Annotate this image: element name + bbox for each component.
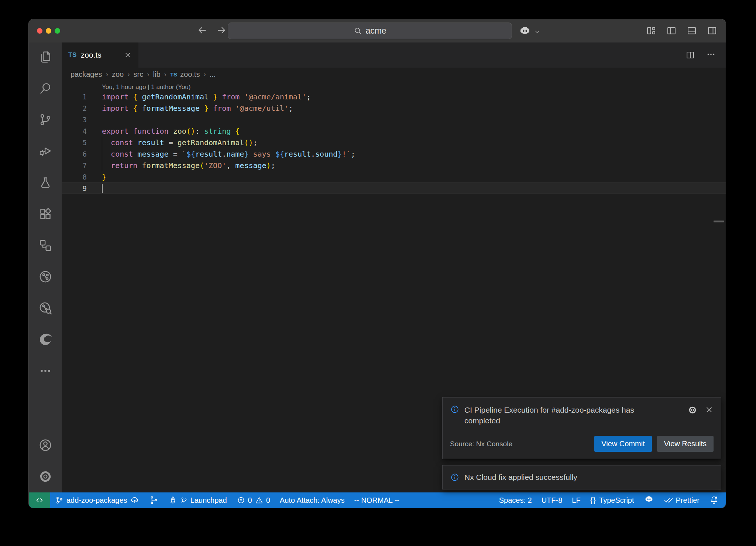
settings-gear-icon[interactable] xyxy=(37,468,54,485)
bell-icon xyxy=(709,495,719,505)
split-editor-icon[interactable] xyxy=(685,50,695,60)
breadcrumb-item[interactable]: lib xyxy=(153,70,161,79)
more-actions-icon[interactable] xyxy=(706,49,716,61)
code-line-3[interactable]: 3 xyxy=(62,114,726,125)
line-number: 2 xyxy=(62,104,87,112)
vscode-window: acme xyxy=(29,19,726,508)
gitlens-icon[interactable] xyxy=(37,268,54,286)
explorer-icon[interactable] xyxy=(37,48,54,66)
vim-mode-status[interactable]: -- NORMAL -- xyxy=(349,492,404,508)
code-lines: 1import { getRandomAnimal } from '@acme/… xyxy=(62,91,726,194)
line-number: 6 xyxy=(62,150,87,158)
notification-toast: CI Pipeline Execution for #add-zoo-packa… xyxy=(442,397,721,460)
toggle-panel-icon[interactable] xyxy=(686,25,697,36)
line-number: 8 xyxy=(62,173,87,181)
indentation-status[interactable]: Spaces: 2 xyxy=(494,492,537,508)
view-results-button[interactable]: View Results xyxy=(657,436,714,452)
tab-bar: TS zoo.ts xyxy=(62,42,726,68)
code-line-9[interactable]: 9 xyxy=(62,182,726,194)
breadcrumb-symbol-tail[interactable]: ... xyxy=(210,70,216,79)
git-branch-status[interactable]: add-zoo-packages xyxy=(50,492,144,508)
line-number: 4 xyxy=(62,127,87,135)
copilot-status[interactable] xyxy=(639,492,659,508)
notification-toast: Nx Cloud fix applied successfully xyxy=(442,465,721,489)
code-line-8[interactable]: 8} xyxy=(62,171,726,182)
line-number: 9 xyxy=(62,184,87,192)
more-views-icon[interactable] xyxy=(37,362,54,380)
code-line-7[interactable]: 7 return formatMessage('ZOO', message); xyxy=(62,160,726,171)
line-number: 7 xyxy=(62,161,87,170)
remote-icon xyxy=(35,495,44,505)
text-cursor xyxy=(102,184,103,193)
breadcrumb-item[interactable]: src xyxy=(134,70,144,79)
formatter-status[interactable]: Prettier xyxy=(659,492,704,508)
search-icon[interactable] xyxy=(37,79,54,97)
auto-attach-status[interactable]: Auto Attach: Always xyxy=(275,492,350,508)
nx-console-icon[interactable] xyxy=(37,236,54,254)
notifications-bell[interactable] xyxy=(704,492,724,508)
notification-message: CI Pipeline Execution for #add-zoo-packa… xyxy=(464,405,656,427)
testing-icon[interactable] xyxy=(37,174,54,191)
breadcrumb-item[interactable]: packages xyxy=(71,70,102,79)
source-control-icon[interactable] xyxy=(37,111,54,129)
notification-close-icon[interactable] xyxy=(705,405,714,415)
problems-status[interactable]: 0 0 xyxy=(232,492,275,508)
remote-indicator[interactable] xyxy=(29,492,50,508)
tab-zoo-ts[interactable]: TS zoo.ts xyxy=(62,42,138,68)
customize-layout-icon[interactable] xyxy=(646,25,657,36)
gitlens-blame-annotation: You, 1 hour ago | 1 author (You) xyxy=(62,81,726,91)
chevron-down-icon xyxy=(534,28,540,35)
info-icon xyxy=(450,405,460,414)
double-check-icon xyxy=(664,495,673,505)
line-number: 5 xyxy=(62,139,87,147)
status-bar: add-zoo-packages Launchpad 0 0 Auto Atta… xyxy=(29,492,726,508)
overview-ruler-mark xyxy=(714,221,724,222)
eol-status[interactable]: LF xyxy=(567,492,585,508)
toggle-primary-sidebar-icon[interactable] xyxy=(666,25,677,36)
breadcrumb: packages› zoo› src› lib› TS zoo.ts › ... xyxy=(62,68,726,81)
breadcrumb-item[interactable]: zoo xyxy=(112,70,124,79)
run-and-debug-icon[interactable] xyxy=(37,142,54,160)
command-center-search[interactable]: acme xyxy=(228,23,512,39)
titlebar: acme xyxy=(29,19,726,42)
notification-message: Nx Cloud fix applied successfully xyxy=(464,472,577,483)
search-icon xyxy=(353,27,362,35)
account-icon[interactable] xyxy=(37,436,54,454)
tab-label: zoo.ts xyxy=(81,51,102,59)
breadcrumb-file[interactable]: TS zoo.ts xyxy=(170,70,200,79)
code-line-2[interactable]: 2import { formatMessage } from '@acme/ut… xyxy=(62,102,726,114)
extensions-icon[interactable] xyxy=(37,205,54,223)
forward-arrow-icon[interactable] xyxy=(216,25,227,36)
typescript-file-icon: TS xyxy=(170,71,177,78)
encoding-status[interactable]: UTF-8 xyxy=(537,492,567,508)
search-query: acme xyxy=(365,26,386,36)
view-commit-button[interactable]: View Commit xyxy=(594,436,652,452)
notification-settings-gear-icon[interactable] xyxy=(688,405,697,415)
activity-bar xyxy=(29,42,62,492)
notification-source: Source: Nx Console xyxy=(450,440,512,448)
code-line-5[interactable]: 5 const result = getRandomAnimal(); xyxy=(62,137,726,148)
toggle-secondary-sidebar-icon[interactable] xyxy=(707,25,718,36)
commit-graph-status[interactable] xyxy=(144,492,164,508)
minimize-button[interactable] xyxy=(46,28,51,34)
edge-tools-icon[interactable] xyxy=(37,331,54,348)
back-arrow-icon[interactable] xyxy=(197,25,208,36)
code-line-1[interactable]: 1import { getRandomAnimal } from '@acme/… xyxy=(62,91,726,102)
launchpad-status[interactable]: Launchpad xyxy=(164,492,232,508)
code-line-4[interactable]: 4export function zoo(): string { xyxy=(62,125,726,137)
git-branch-icon xyxy=(180,496,188,504)
cloud-upload-icon xyxy=(130,495,140,505)
gitlens-inspect-icon[interactable] xyxy=(37,299,54,317)
tab-close-icon[interactable] xyxy=(124,51,132,59)
error-icon xyxy=(237,496,245,505)
language-status[interactable]: {} TypeScript xyxy=(585,492,639,508)
close-button[interactable] xyxy=(37,28,42,34)
code-line-6[interactable]: 6 const message = `${result.name} says $… xyxy=(62,148,726,160)
window-controls xyxy=(37,28,60,34)
copilot-icon xyxy=(518,24,532,39)
warning-icon xyxy=(255,496,264,505)
zoom-button[interactable] xyxy=(55,28,60,34)
copilot-menu[interactable] xyxy=(518,24,540,39)
line-number: 3 xyxy=(62,116,87,124)
rocket-icon xyxy=(168,496,178,505)
